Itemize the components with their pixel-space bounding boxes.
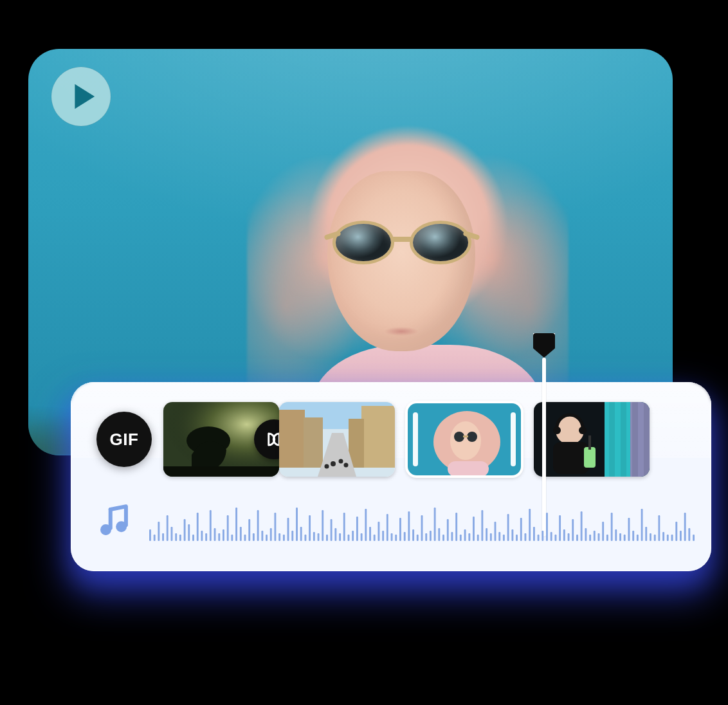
svg-rect-46 bbox=[179, 535, 181, 541]
svg-rect-106 bbox=[438, 528, 440, 541]
svg-rect-109 bbox=[451, 532, 453, 541]
svg-rect-75 bbox=[304, 535, 306, 541]
svg-rect-124 bbox=[516, 535, 518, 541]
svg-rect-115 bbox=[477, 535, 479, 541]
svg-rect-69 bbox=[278, 533, 280, 541]
svg-rect-138 bbox=[576, 535, 578, 541]
svg-rect-160 bbox=[671, 535, 673, 541]
svg-point-21 bbox=[467, 432, 477, 442]
svg-rect-86 bbox=[352, 531, 354, 541]
svg-rect-51 bbox=[201, 531, 203, 541]
svg-rect-141 bbox=[589, 535, 591, 541]
svg-rect-162 bbox=[680, 531, 682, 541]
svg-rect-27 bbox=[605, 402, 650, 477]
svg-rect-132 bbox=[551, 532, 552, 541]
clip-track[interactable] bbox=[163, 402, 650, 477]
svg-rect-82 bbox=[334, 528, 336, 541]
svg-rect-114 bbox=[473, 517, 475, 541]
svg-rect-143 bbox=[598, 533, 600, 541]
svg-rect-66 bbox=[266, 535, 268, 541]
svg-rect-134 bbox=[559, 515, 561, 541]
svg-rect-154 bbox=[645, 527, 647, 541]
svg-rect-52 bbox=[205, 533, 207, 541]
svg-rect-61 bbox=[244, 535, 246, 541]
svg-rect-50 bbox=[197, 513, 199, 541]
svg-rect-155 bbox=[650, 533, 651, 541]
svg-rect-22 bbox=[463, 435, 468, 437]
svg-rect-121 bbox=[503, 535, 505, 541]
svg-rect-48 bbox=[188, 524, 190, 541]
svg-rect-135 bbox=[563, 529, 565, 541]
svg-rect-159 bbox=[667, 535, 669, 541]
svg-rect-131 bbox=[546, 513, 548, 541]
svg-rect-107 bbox=[442, 535, 444, 541]
svg-rect-8 bbox=[279, 410, 305, 468]
svg-rect-105 bbox=[434, 508, 436, 541]
svg-rect-123 bbox=[511, 529, 513, 541]
svg-rect-125 bbox=[520, 518, 522, 541]
svg-rect-98 bbox=[404, 532, 406, 541]
svg-rect-117 bbox=[486, 528, 487, 541]
svg-rect-149 bbox=[624, 535, 626, 541]
clip-3[interactable] bbox=[406, 402, 522, 477]
audio-waveform[interactable] bbox=[149, 500, 695, 541]
svg-rect-92 bbox=[378, 522, 379, 541]
svg-rect-142 bbox=[594, 531, 596, 541]
svg-rect-89 bbox=[365, 509, 367, 541]
playhead-flag-icon bbox=[533, 333, 555, 358]
clip-2[interactable] bbox=[279, 402, 395, 477]
clips-row: GIF bbox=[96, 401, 695, 477]
svg-rect-156 bbox=[654, 535, 656, 541]
gif-label: GIF bbox=[110, 430, 139, 450]
svg-rect-57 bbox=[227, 515, 229, 541]
svg-rect-39 bbox=[149, 529, 151, 541]
svg-rect-157 bbox=[658, 515, 660, 541]
svg-rect-9 bbox=[361, 406, 395, 468]
svg-rect-144 bbox=[602, 522, 604, 541]
svg-rect-99 bbox=[408, 511, 410, 541]
svg-rect-147 bbox=[615, 529, 617, 541]
svg-rect-77 bbox=[313, 532, 315, 541]
svg-rect-55 bbox=[218, 533, 220, 541]
audio-row bbox=[96, 497, 695, 544]
svg-rect-47 bbox=[184, 519, 186, 541]
svg-rect-56 bbox=[223, 529, 224, 541]
svg-rect-67 bbox=[270, 528, 272, 541]
svg-rect-70 bbox=[283, 535, 285, 541]
svg-rect-76 bbox=[309, 515, 311, 541]
svg-rect-54 bbox=[214, 528, 216, 541]
trim-handle-left[interactable] bbox=[413, 412, 418, 466]
svg-rect-112 bbox=[464, 529, 466, 541]
svg-rect-161 bbox=[675, 522, 677, 541]
svg-rect-116 bbox=[481, 510, 483, 541]
gif-button[interactable]: GIF bbox=[96, 412, 152, 467]
trim-handle-right[interactable] bbox=[511, 412, 516, 466]
svg-rect-120 bbox=[498, 532, 500, 541]
svg-rect-88 bbox=[361, 533, 363, 541]
svg-rect-5 bbox=[163, 466, 279, 477]
svg-rect-128 bbox=[533, 527, 535, 541]
play-button[interactable] bbox=[50, 66, 112, 127]
svg-rect-79 bbox=[322, 510, 323, 541]
sunglasses-icon bbox=[336, 224, 468, 265]
svg-rect-152 bbox=[637, 535, 639, 541]
svg-rect-130 bbox=[541, 531, 543, 541]
svg-rect-139 bbox=[581, 511, 583, 541]
svg-rect-148 bbox=[619, 533, 621, 541]
svg-rect-164 bbox=[688, 528, 690, 541]
svg-rect-73 bbox=[296, 508, 298, 541]
svg-rect-96 bbox=[395, 535, 397, 541]
svg-rect-104 bbox=[430, 531, 432, 541]
svg-rect-72 bbox=[291, 531, 293, 541]
svg-rect-87 bbox=[356, 517, 358, 541]
svg-point-19 bbox=[450, 421, 481, 460]
svg-rect-146 bbox=[611, 513, 613, 541]
svg-rect-126 bbox=[524, 533, 526, 541]
svg-rect-45 bbox=[175, 533, 177, 541]
svg-point-16 bbox=[344, 463, 349, 468]
svg-rect-108 bbox=[447, 519, 449, 541]
svg-point-38 bbox=[116, 521, 127, 532]
svg-rect-74 bbox=[300, 527, 302, 541]
svg-rect-122 bbox=[507, 514, 509, 541]
svg-point-20 bbox=[454, 432, 464, 442]
